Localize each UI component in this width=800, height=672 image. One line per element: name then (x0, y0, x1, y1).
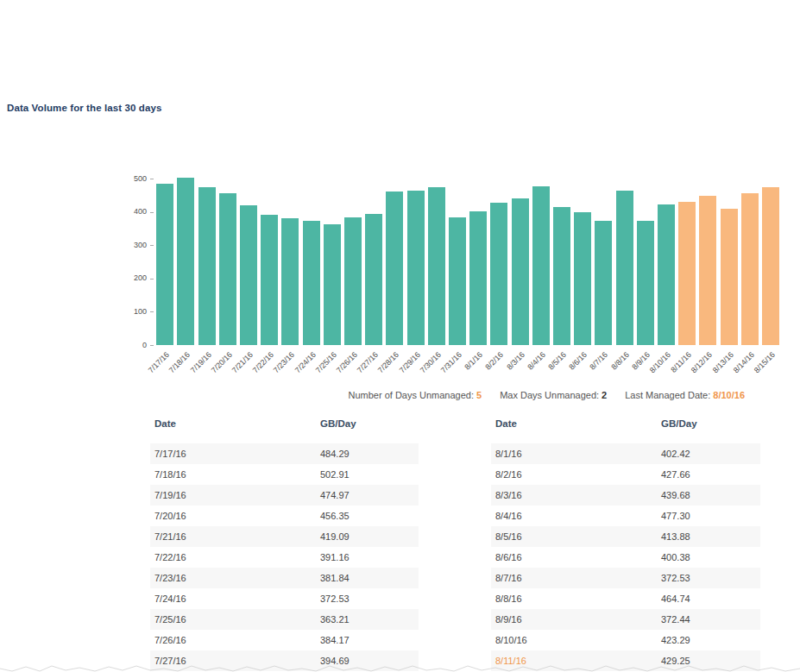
bar-managed-8/8/16[interactable] (616, 191, 633, 345)
date-cell: 7/18/16 (154, 469, 320, 480)
chart-plot-area (154, 179, 781, 345)
bar-managed-7/30/16[interactable] (428, 187, 445, 345)
max-days-label: Max Days Unmanaged: (500, 390, 599, 400)
chart-x-axis: 7/17/167/18/167/19/167/20/167/21/167/22/… (154, 348, 781, 393)
date-cell: 8/6/16 (495, 552, 661, 562)
table-row: 8/6/16400.38 (491, 547, 760, 568)
value-cell: 474.97 (320, 490, 419, 500)
date-cell: 7/20/16 (154, 511, 320, 521)
bar-managed-7/17/16[interactable] (156, 184, 173, 345)
table-row: 7/21/16419.09 (150, 526, 419, 547)
y-tick-label: 300 (119, 241, 147, 249)
last-managed-label: Last Managed Date: (625, 390, 710, 400)
bar-managed-7/19/16[interactable] (198, 187, 216, 345)
date-cell: 7/17/16 (154, 449, 320, 459)
table-row: 8/7/16372.53 (491, 568, 760, 588)
bar-managed-8/6/16[interactable] (574, 212, 591, 346)
bar-unmanaged-8/15/16[interactable] (762, 187, 779, 345)
table-left-rows: 7/17/16484.297/18/16502.917/19/16474.977… (150, 443, 419, 671)
max-days-status: Max Days Unmanaged:2 (497, 390, 607, 400)
table-row: 8/4/16477.30 (491, 506, 760, 526)
y-tick-mark (150, 311, 154, 312)
bar-managed-8/3/16[interactable] (512, 198, 529, 345)
value-cell: 419.09 (320, 531, 419, 542)
unmanaged-days-label: Number of Days Unmanaged: (349, 390, 475, 400)
chart-y-axis: 0100200300400500 (116, 179, 154, 345)
value-cell: 439.68 (661, 490, 760, 500)
bar-managed-8/4/16[interactable] (532, 186, 550, 345)
unmanaged-days-value: 5 (476, 390, 482, 400)
date-cell: 8/2/16 (495, 469, 661, 480)
y-tick-mark (150, 345, 154, 346)
table-row: 7/25/16363.21 (150, 609, 419, 630)
date-cell: 8/3/16 (495, 490, 661, 500)
bar-managed-7/26/16[interactable] (344, 217, 362, 345)
date-cell: 7/21/16 (154, 531, 320, 542)
bar-managed-7/27/16[interactable] (365, 214, 382, 345)
date-cell: 8/10/16 (495, 635, 661, 645)
table-row: 7/24/16372.53 (150, 588, 419, 609)
value-cell: 391.16 (320, 552, 419, 562)
bar-managed-7/18/16[interactable] (177, 178, 194, 345)
bar-managed-7/23/16[interactable] (281, 218, 299, 345)
bar-managed-7/24/16[interactable] (303, 221, 320, 345)
date-cell: 8/7/16 (495, 573, 661, 583)
last-managed-value: 8/10/16 (713, 390, 745, 400)
bar-unmanaged-8/11/16[interactable] (678, 202, 696, 345)
bar-unmanaged-8/14/16[interactable] (741, 193, 759, 345)
bar-managed-7/28/16[interactable] (386, 192, 403, 345)
table-left: Date GB/Day 7/17/16484.297/18/16502.917/… (150, 414, 419, 671)
bar-managed-7/21/16[interactable] (240, 205, 257, 345)
gbday-column-header: GB/Day (320, 418, 356, 443)
bar-managed-8/2/16[interactable] (490, 203, 507, 345)
last-managed-status: Last Managed Date:8/10/16 (622, 390, 745, 400)
bar-managed-8/5/16[interactable] (553, 207, 570, 345)
bar-unmanaged-8/12/16[interactable] (699, 196, 716, 345)
table-row: 8/5/16413.88 (491, 526, 760, 547)
date-column-header: Date (154, 418, 320, 443)
table-row: 8/8/16464.74 (491, 588, 760, 609)
bar-managed-7/22/16[interactable] (261, 215, 278, 345)
torn-edge-decoration (0, 663, 800, 672)
value-cell: 477.30 (661, 511, 760, 521)
table-row: 7/26/16384.17 (150, 630, 419, 650)
value-cell: 456.35 (320, 511, 419, 521)
bar-managed-8/10/16[interactable] (658, 204, 675, 345)
y-tick-mark (150, 212, 154, 213)
date-column-header: Date (495, 418, 661, 443)
value-cell: 484.29 (320, 449, 419, 459)
status-line: Number of Days Unmanaged:5 Max Days Unma… (346, 390, 746, 400)
unmanaged-days-status: Number of Days Unmanaged:5 (346, 390, 482, 400)
table-row: 7/18/16502.91 (150, 464, 419, 485)
value-cell: 372.44 (661, 614, 760, 625)
y-tick-mark (150, 179, 154, 179)
bar-managed-8/1/16[interactable] (469, 211, 487, 345)
table-row: 7/22/16391.16 (150, 547, 419, 568)
bar-managed-7/25/16[interactable] (324, 224, 341, 345)
bar-managed-7/31/16[interactable] (449, 217, 466, 345)
bar-managed-8/9/16[interactable] (637, 221, 654, 345)
value-cell: 381.84 (320, 573, 419, 583)
table-row: 7/19/16474.97 (150, 485, 419, 506)
bar-managed-8/7/16[interactable] (595, 221, 612, 345)
bar-managed-7/20/16[interactable] (219, 193, 236, 345)
table-right: Date GB/Day 8/1/16402.428/2/16427.668/3/… (491, 414, 760, 671)
bar-managed-7/29/16[interactable] (407, 191, 425, 345)
date-cell: 8/9/16 (495, 614, 661, 625)
value-cell: 423.29 (661, 635, 760, 645)
y-tick-label: 0 (119, 341, 147, 349)
value-cell: 413.88 (661, 531, 760, 542)
y-tick-label: 500 (119, 174, 147, 183)
gbday-column-header: GB/Day (661, 418, 697, 443)
date-cell: 8/4/16 (495, 511, 661, 521)
max-days-value: 2 (602, 390, 607, 400)
value-cell: 372.53 (320, 593, 419, 604)
date-cell: 7/19/16 (154, 490, 320, 500)
bar-unmanaged-8/13/16[interactable] (721, 209, 738, 345)
date-cell: 7/24/16 (154, 593, 320, 604)
table-row: 8/1/16402.42 (491, 443, 760, 464)
table-right-rows: 8/1/16402.428/2/16427.668/3/16439.688/4/… (491, 443, 760, 671)
date-cell: 7/25/16 (154, 614, 320, 625)
date-cell: 8/1/16 (495, 449, 661, 459)
date-cell: 7/26/16 (154, 635, 320, 645)
